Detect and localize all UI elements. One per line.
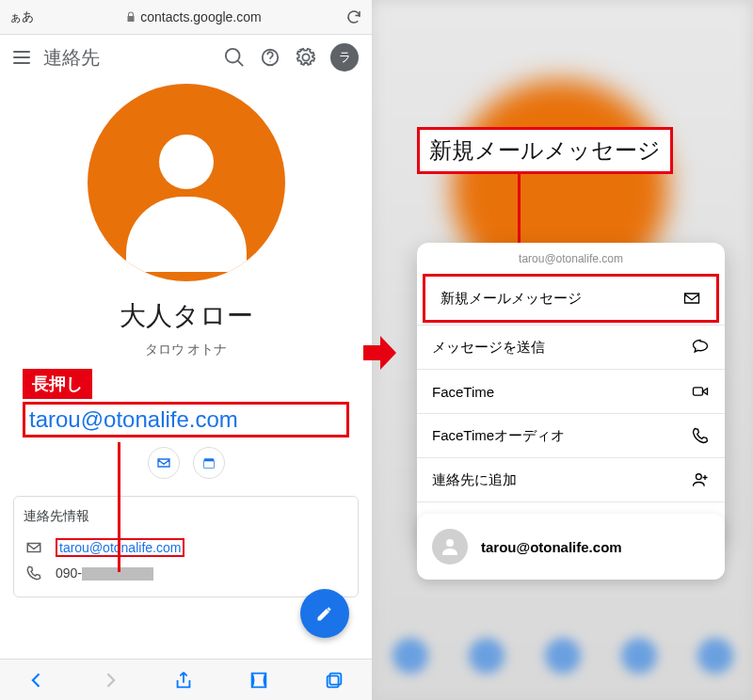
lock-icon xyxy=(125,11,136,23)
app-header: 連絡先 ラ xyxy=(0,35,372,80)
contact-avatar xyxy=(88,84,285,281)
info-phone-row[interactable]: 090- xyxy=(24,561,348,585)
edit-fab[interactable] xyxy=(300,589,349,638)
svg-rect-4 xyxy=(329,673,341,684)
mail-icon xyxy=(682,289,701,308)
svg-point-7 xyxy=(696,474,701,480)
annotation-connector-line xyxy=(118,442,120,572)
context-menu: tarou@otonalife.com 新規メールメッセージ メッセージを送信 … xyxy=(417,243,725,546)
right-screenshot: 新規メールメッセージ tarou@otonalife.com 新規メールメッセー… xyxy=(372,0,753,700)
calendar-action-button[interactable] xyxy=(193,447,225,479)
info-card-title: 連絡先情報 xyxy=(24,508,348,525)
menu-header: tarou@otonalife.com xyxy=(417,243,725,275)
text-size-button[interactable]: ぁあ xyxy=(9,8,34,25)
contact-sub: タロウ オトナ xyxy=(145,342,228,358)
menu-item-new-mail[interactable]: 新規メールメッセージ xyxy=(423,274,719,323)
phone-icon xyxy=(691,426,710,445)
chat-icon xyxy=(691,338,710,357)
safari-toolbar xyxy=(0,659,372,700)
contact-hero: 大人タロー タロウ オトナ xyxy=(0,80,372,366)
contact-info-card: 連絡先情報 tarou@otonalife.com 090- xyxy=(13,496,359,597)
phone-icon xyxy=(25,565,42,581)
annotation-email-highlight: tarou@otonalife.com xyxy=(23,402,349,438)
back-icon[interactable] xyxy=(27,671,46,690)
svg-rect-2 xyxy=(203,461,214,468)
reload-icon[interactable] xyxy=(345,8,362,25)
email-preview-card[interactable]: tarou@otonalife.com xyxy=(417,514,725,580)
menu-item-send-message[interactable]: メッセージを送信 xyxy=(417,325,725,369)
mail-icon xyxy=(25,539,42,556)
app-title: 連絡先 xyxy=(43,45,210,71)
arrow-annotation xyxy=(363,334,396,372)
account-avatar[interactable]: ラ xyxy=(330,43,359,72)
blurred-dock xyxy=(372,630,753,681)
svg-rect-5 xyxy=(328,676,339,687)
forward-icon xyxy=(101,671,120,690)
share-icon[interactable] xyxy=(173,670,194,691)
annotation-longpress-label: 長押し xyxy=(23,369,92,399)
url-display[interactable]: contacts.google.com xyxy=(41,9,345,24)
settings-icon[interactable] xyxy=(295,46,317,69)
svg-rect-6 xyxy=(694,388,703,395)
annotation-callout: 新規メールメッセージ xyxy=(417,127,673,174)
menu-icon[interactable] xyxy=(13,51,30,64)
contact-name: 大人タロー xyxy=(120,298,253,334)
help-icon[interactable] xyxy=(259,46,281,69)
svg-point-9 xyxy=(446,539,454,547)
menu-item-facetime-audio[interactable]: FaceTimeオーディオ xyxy=(417,413,725,457)
avatar-icon xyxy=(432,529,468,565)
search-icon[interactable] xyxy=(223,46,246,69)
info-email-row[interactable]: tarou@otonalife.com xyxy=(24,534,348,561)
left-screenshot: ぁあ contacts.google.com 連絡先 ラ 大人タロー タロウ オ… xyxy=(0,0,372,700)
video-icon xyxy=(691,382,710,401)
bookmarks-icon[interactable] xyxy=(248,670,269,691)
contact-email-large[interactable]: tarou@otonalife.com xyxy=(29,406,238,432)
menu-item-facetime[interactable]: FaceTime xyxy=(417,369,725,413)
email-action-button[interactable] xyxy=(148,447,180,479)
safari-address-bar: ぁあ contacts.google.com xyxy=(0,0,372,35)
tabs-icon[interactable] xyxy=(324,670,344,691)
contact-add-icon xyxy=(691,470,710,489)
email-card-text: tarou@otonalife.com xyxy=(481,539,622,555)
quick-actions xyxy=(0,447,372,479)
menu-item-add-contact[interactable]: 連絡先に追加 xyxy=(417,457,725,501)
